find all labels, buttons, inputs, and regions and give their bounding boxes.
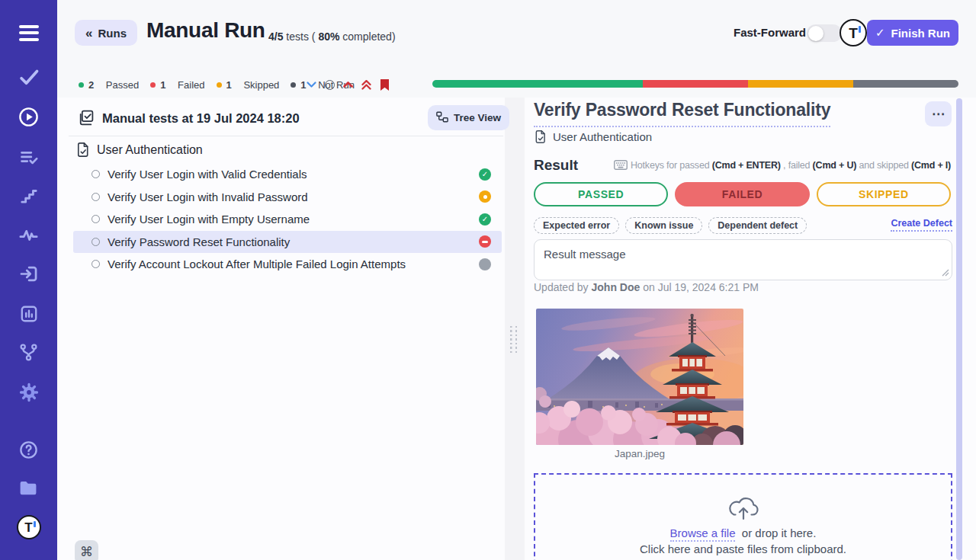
passed-button[interactable]: PASSED bbox=[534, 182, 668, 206]
fast-forward-toggle[interactable] bbox=[807, 24, 842, 42]
document-check-icon bbox=[75, 142, 90, 158]
legend-item-passed: 2 Passed bbox=[79, 79, 139, 91]
keyboard-icon bbox=[614, 160, 628, 172]
menu-icon[interactable] bbox=[16, 21, 42, 45]
progress-segment-failed bbox=[643, 80, 748, 88]
test-row[interactable]: Verify Account Lockout After Multiple Fa… bbox=[73, 253, 502, 276]
test-list: Verify User Login with Valid Credentials… bbox=[73, 163, 502, 276]
radio-icon bbox=[92, 215, 100, 223]
attachment-thumbnail[interactable] bbox=[536, 309, 743, 445]
radio-icon bbox=[92, 193, 100, 201]
result-message-wrapper bbox=[534, 239, 952, 280]
failed-dot-icon bbox=[150, 82, 156, 88]
brand-logo[interactable]: T bbox=[16, 515, 42, 539]
runs-play-icon[interactable] bbox=[16, 104, 42, 129]
legend-item-skipped: 1 Skipped bbox=[217, 79, 280, 91]
pulse-icon[interactable] bbox=[16, 223, 42, 248]
high-priority-icon[interactable] bbox=[343, 82, 353, 88]
tree-view-button[interactable]: Tree View bbox=[428, 105, 509, 130]
app-window: T « Runs Manual Run 4/5 tests ( 80% comp… bbox=[0, 0, 976, 560]
command-icon: ⌘ bbox=[80, 544, 93, 560]
panel-splitter[interactable] bbox=[505, 98, 525, 560]
brand-logo-header[interactable]: T bbox=[840, 19, 867, 46]
critical-priority-icon[interactable] bbox=[361, 80, 371, 90]
tag-known-issue[interactable]: Known issue bbox=[625, 217, 702, 234]
checklist-icon bbox=[77, 109, 95, 130]
status-badge bbox=[479, 258, 491, 270]
test-detail-title[interactable]: Verify Password Reset Functionality bbox=[534, 100, 830, 127]
quick-tags: Expected error Known issue Dependent def… bbox=[534, 217, 807, 234]
files-icon[interactable] bbox=[16, 475, 42, 500]
ellipsis-icon: ⋯ bbox=[932, 107, 945, 121]
hotkeys-hint: Hotkeys for passed (Cmd + ENTER) , faile… bbox=[576, 160, 951, 172]
run-progress-summary: 4/5 tests ( 80% completed) bbox=[268, 30, 396, 43]
resize-handle-icon[interactable] bbox=[942, 269, 949, 277]
browse-file-link[interactable]: Browse a file bbox=[670, 526, 736, 542]
test-row-selected[interactable]: Verify Password Reset Functionality bbox=[73, 231, 502, 254]
check-icon: ✓ bbox=[875, 26, 885, 40]
progress-segment-notrun bbox=[853, 80, 958, 88]
status-badge bbox=[479, 235, 491, 248]
tag-expected-error[interactable]: Expected error bbox=[534, 217, 619, 234]
toggle-knob bbox=[808, 26, 824, 41]
branches-icon[interactable] bbox=[16, 340, 42, 364]
test-row[interactable]: Verify User Login with Invalid Password bbox=[73, 186, 502, 209]
result-message-input[interactable] bbox=[534, 239, 952, 280]
tag-dependent-defect[interactable]: Dependent defect bbox=[708, 217, 807, 234]
normal-priority-icon[interactable] bbox=[325, 80, 335, 90]
status-badge bbox=[479, 190, 491, 203]
hotkeys-shortcut-button[interactable]: ⌘ bbox=[75, 540, 98, 560]
import-icon[interactable] bbox=[16, 261, 42, 286]
test-plans-icon[interactable] bbox=[16, 145, 42, 169]
fast-forward-label: Fast-Forward bbox=[734, 26, 806, 39]
result-buttons: PASSED FAILED SKIPPED bbox=[534, 182, 951, 206]
double-chevron-left-icon: « bbox=[85, 27, 92, 40]
attachment-filename: Japan.jpeg bbox=[536, 448, 743, 459]
create-defect-link[interactable]: Create Defect bbox=[891, 218, 952, 232]
updated-by-line: Updated by John Doe on Jul 19, 2024 6:21… bbox=[534, 281, 759, 293]
file-dropzone[interactable]: Browse a file or drop it here. Click her… bbox=[534, 473, 952, 560]
dropzone-line1: Browse a file or drop it here. bbox=[670, 526, 817, 539]
more-options-button[interactable]: ⋯ bbox=[925, 101, 952, 126]
run-progress-bar bbox=[432, 80, 958, 88]
test-row[interactable]: Verify User Login with Empty Username bbox=[73, 208, 502, 231]
run-session-title: Manual tests at 19 Jul 2024 18:20 bbox=[102, 111, 300, 126]
skipped-button[interactable]: SKIPPED bbox=[817, 182, 951, 206]
radio-icon bbox=[92, 260, 100, 268]
tests-check-icon[interactable] bbox=[16, 65, 42, 89]
analytics-icon[interactable] bbox=[16, 302, 42, 326]
vertical-scrollbar[interactable] bbox=[956, 98, 962, 560]
suite-user-authentication[interactable]: User Authentication bbox=[75, 142, 203, 158]
legend-item-failed: 1 Failed bbox=[150, 79, 204, 91]
status-badge bbox=[479, 213, 491, 226]
chevron-down-icon[interactable] bbox=[307, 82, 316, 88]
notrun-dot-icon bbox=[291, 82, 296, 88]
status-badge bbox=[479, 168, 491, 181]
radio-icon bbox=[92, 238, 100, 246]
detail-suite-breadcrumb[interactable]: User Authentication bbox=[534, 130, 652, 144]
passed-dot-icon bbox=[79, 82, 84, 88]
tree-view-icon bbox=[436, 111, 448, 125]
help-icon[interactable] bbox=[16, 437, 42, 462]
failed-button[interactable]: FAILED bbox=[675, 182, 809, 206]
japan-photo bbox=[536, 309, 743, 445]
dropzone-line2: Click here and paste files from clipboar… bbox=[640, 542, 846, 555]
steps-icon[interactable] bbox=[16, 184, 42, 208]
result-section-title: Result bbox=[534, 157, 578, 174]
progress-segment-passed bbox=[432, 80, 643, 88]
sidebar: T bbox=[0, 0, 57, 560]
cloud-upload-icon bbox=[726, 494, 761, 522]
progress-segment-skipped bbox=[748, 80, 853, 88]
bookmark-icon[interactable] bbox=[380, 78, 390, 91]
radio-icon bbox=[92, 170, 100, 178]
settings-gear-icon[interactable] bbox=[16, 380, 42, 405]
document-check-icon bbox=[534, 130, 547, 144]
finish-run-button[interactable]: ✓ Finish Run bbox=[867, 20, 958, 46]
back-to-runs-button[interactable]: « Runs bbox=[75, 20, 137, 46]
divider bbox=[69, 136, 503, 136]
priority-filters bbox=[307, 78, 390, 91]
back-to-runs-label: Runs bbox=[98, 27, 127, 40]
page-title: Manual Run bbox=[146, 18, 265, 43]
skipped-dot-icon bbox=[217, 82, 222, 88]
test-row[interactable]: Verify User Login with Valid Credentials bbox=[73, 163, 502, 186]
